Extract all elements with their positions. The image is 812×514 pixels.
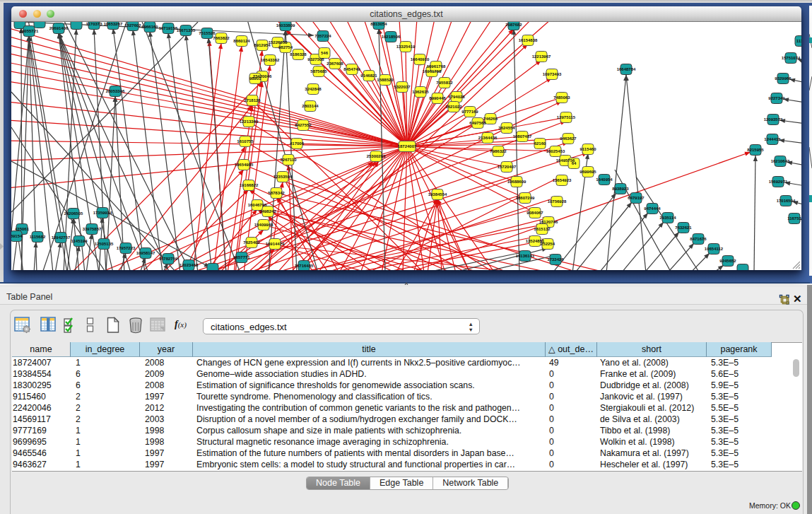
svg-text:3624554: 3624554 (498, 126, 515, 130)
svg-text:7625402: 7625402 (243, 240, 260, 245)
svg-text:5875685: 5875685 (310, 69, 327, 74)
svg-text:7485063: 7485063 (553, 95, 570, 100)
svg-text:3498242: 3498242 (259, 209, 276, 214)
svg-text:18607249: 18607249 (516, 196, 535, 200)
svg-text:12023468: 12023468 (180, 263, 199, 267)
svg-text:17957223: 17957223 (117, 246, 136, 250)
svg-text:746266: 746266 (483, 117, 498, 121)
svg-text:8215955: 8215955 (747, 148, 764, 152)
svg-text:10688609: 10688609 (507, 180, 526, 184)
svg-text:10025453: 10025453 (546, 149, 565, 153)
svg-text:9463627: 9463627 (560, 136, 577, 141)
svg-text:14055721: 14055721 (20, 29, 39, 33)
svg-text:7986322: 7986322 (490, 149, 507, 153)
svg-text:16648784: 16648784 (617, 67, 636, 71)
svg-text:116753: 116753 (787, 216, 801, 221)
svg-text:2718126: 2718126 (244, 98, 261, 103)
svg-text:21364436: 21364436 (478, 136, 498, 140)
svg-text:1362615: 1362615 (412, 90, 429, 94)
svg-text:19166822: 19166822 (240, 183, 259, 187)
svg-text:20691406: 20691406 (49, 26, 69, 30)
svg-text:8427552: 8427552 (295, 123, 312, 127)
svg-text:33975857: 33975857 (83, 227, 102, 231)
svg-text:9329966: 9329966 (775, 76, 792, 81)
svg-text:8454749: 8454749 (343, 67, 360, 71)
svg-text:14136141: 14136141 (516, 254, 535, 258)
svg-text:10756928: 10756928 (548, 199, 567, 204)
svg-text:15751074: 15751074 (782, 56, 801, 60)
svg-text:9327508: 9327508 (307, 57, 324, 62)
svg-text:1145194: 1145194 (71, 239, 88, 243)
svg-text:16543362: 16543362 (261, 58, 280, 62)
svg-text:9777169: 9777169 (461, 110, 478, 114)
svg-text:8186328: 8186328 (290, 52, 307, 57)
svg-text:9084067: 9084067 (526, 211, 543, 215)
svg-text:10719155: 10719155 (159, 26, 178, 30)
svg-text:39154: 39154 (11, 234, 23, 238)
svg-text:9115460: 9115460 (579, 147, 596, 151)
svg-text:18724007: 18724007 (398, 144, 417, 148)
svg-text:10807487: 10807487 (513, 134, 532, 139)
svg-text:10654112: 10654112 (705, 247, 724, 251)
svg-text:10961768: 10961768 (427, 64, 446, 69)
svg-text:3242848: 3242848 (305, 87, 322, 91)
svg-text:12353594: 12353594 (273, 175, 293, 179)
svg-text:6479197: 6479197 (628, 196, 645, 200)
svg-text:9699695: 9699695 (579, 170, 596, 174)
svg-text:12093572: 12093572 (764, 117, 783, 122)
svg-text:1117: 1117 (796, 39, 801, 43)
svg-text:12505135: 12505135 (95, 242, 114, 246)
svg-text:1610755: 1610755 (237, 139, 254, 144)
svg-text:8990448: 8990448 (429, 96, 446, 100)
svg-text:15409948: 15409948 (254, 223, 273, 227)
svg-text:982754: 982754 (278, 45, 293, 49)
svg-text:15692971: 15692971 (769, 180, 788, 184)
svg-text:12975115: 12975115 (557, 115, 576, 119)
svg-text:8938923: 8938923 (612, 187, 629, 191)
svg-text:15720407: 15720407 (498, 165, 517, 169)
svg-text:7357224: 7357224 (314, 34, 331, 38)
svg-text:16154838: 16154838 (519, 38, 538, 42)
svg-text:16033809: 16033809 (276, 23, 295, 28)
svg-text:2087682: 2087682 (505, 23, 522, 27)
svg-text:5878342: 5878342 (268, 191, 285, 195)
svg-text:16640910: 16640910 (411, 57, 430, 62)
svg-text:17016504: 17016504 (777, 199, 796, 203)
svg-text:19218506: 19218506 (382, 35, 401, 39)
svg-text:98901: 98901 (249, 76, 261, 81)
svg-text:15226058: 15226058 (269, 40, 288, 45)
svg-text:2367608: 2367608 (326, 62, 343, 66)
svg-text:546: 546 (321, 51, 329, 55)
svg-text:16210643: 16210643 (771, 159, 790, 163)
svg-text:13654923: 13654923 (553, 178, 572, 182)
svg-text:7632621: 7632621 (675, 226, 692, 230)
svg-text:252254: 252254 (541, 242, 555, 246)
svg-text:19654985: 19654985 (235, 163, 254, 167)
svg-text:28053346: 28053346 (106, 89, 125, 93)
svg-text:12942757: 12942757 (52, 235, 71, 240)
svg-text:2935114: 2935114 (659, 216, 676, 220)
svg-text:2803144: 2803144 (302, 104, 319, 108)
svg-text:1244415: 1244415 (764, 137, 781, 141)
svg-text:19384554: 19384554 (428, 192, 447, 197)
svg-text:3267110: 3267110 (280, 158, 297, 162)
svg-text:1615132: 1615132 (534, 227, 551, 231)
svg-text:7955812: 7955812 (436, 81, 453, 85)
svg-text:9227349: 9227349 (768, 96, 785, 100)
svg-text:1640954: 1640954 (596, 177, 613, 182)
svg-text:16961758: 16961758 (423, 69, 442, 74)
svg-text:25300203: 25300203 (367, 154, 386, 158)
svg-text:26206505: 26206505 (64, 211, 83, 216)
svg-text:8471676: 8471676 (690, 237, 707, 241)
svg-text:1588520: 1588520 (377, 78, 394, 82)
svg-text:9146821: 9146821 (360, 74, 377, 78)
svg-text:435061: 435061 (15, 227, 30, 231)
svg-text:5322037: 5322037 (394, 85, 411, 89)
svg-text:1621022: 1621022 (445, 105, 462, 109)
svg-text:6966160: 6966160 (141, 25, 158, 29)
svg-text:64: 64 (572, 161, 577, 165)
svg-text:10973493: 10973493 (543, 72, 562, 76)
svg-text:10653267: 10653267 (104, 22, 123, 26)
svg-text:1115682: 1115682 (30, 235, 46, 239)
svg-text:16120746: 16120746 (539, 220, 558, 224)
